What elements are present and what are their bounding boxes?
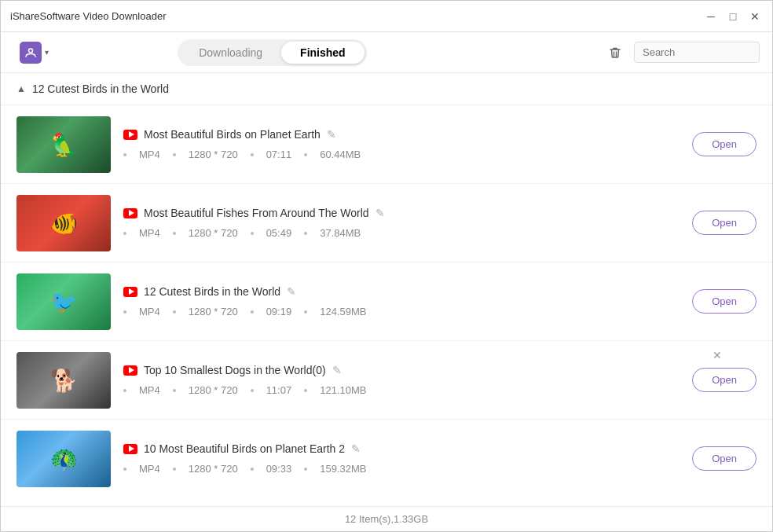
video-title-row: Most Beautiful Fishes From Around The Wo… <box>123 207 680 219</box>
open-button[interactable]: Open <box>692 446 757 471</box>
video-title: 10 Most Beautiful Birds on Planet Earth … <box>144 442 345 455</box>
meta-dot <box>173 232 176 235</box>
video-info: Most Beautiful Birds on Planet Earth ✎ M… <box>123 128 680 160</box>
chevron-down-icon: ▾ <box>45 48 49 57</box>
close-item-button[interactable]: ✕ <box>709 347 725 363</box>
meta-dot <box>251 310 254 314</box>
meta-dot <box>304 468 307 471</box>
video-meta: MP4 1280 * 720 05:49 37.84MB <box>123 227 680 239</box>
meta-dot <box>251 468 254 471</box>
video-info: Top 10 Smallest Dogs in the World(0) ✎ M… <box>123 364 680 396</box>
video-title-row: 10 Most Beautiful Birds on Planet Earth … <box>123 442 680 455</box>
edit-icon[interactable]: ✎ <box>376 207 385 219</box>
meta-dot <box>251 389 254 392</box>
video-format: MP4 <box>139 384 160 396</box>
meta-dot <box>123 310 126 314</box>
meta-dot <box>173 389 176 392</box>
toolbar: ▾ Downloading Finished <box>1 32 772 73</box>
tab-finished[interactable]: Finished <box>281 42 365 64</box>
open-button[interactable]: Open <box>692 211 757 235</box>
maximize-button[interactable]: □ <box>725 9 741 24</box>
window-controls: ─ □ ✕ <box>703 9 763 24</box>
meta-dot <box>304 389 307 392</box>
profile-button[interactable]: ▾ <box>13 39 55 67</box>
edit-icon[interactable]: ✎ <box>327 128 336 141</box>
open-button[interactable]: Open <box>692 289 757 314</box>
video-item: 10 Most Beautiful Birds on Planet Earth … <box>1 419 772 497</box>
meta-dot <box>173 310 176 314</box>
video-format: MP4 <box>139 227 160 239</box>
video-title: Most Beautiful Fishes From Around The Wo… <box>144 207 369 219</box>
open-button[interactable]: Open <box>692 368 757 392</box>
video-duration: 09:33 <box>266 463 292 475</box>
meta-dot <box>123 389 126 392</box>
video-title-row: Most Beautiful Birds on Planet Earth ✎ <box>123 128 680 141</box>
close-button[interactable]: ✕ <box>747 9 763 24</box>
collapse-icon: ▲ <box>16 83 26 94</box>
meta-dot <box>304 232 307 235</box>
meta-dot <box>304 310 307 314</box>
video-item: Most Beautiful Fishes From Around The Wo… <box>1 183 772 262</box>
video-format: MP4 <box>139 463 160 475</box>
footer-summary: 12 Item(s),1.33GB <box>345 513 428 525</box>
meta-dot <box>173 468 176 471</box>
delete-button[interactable] <box>603 40 628 65</box>
meta-dot <box>123 153 126 156</box>
video-size: 124.59MB <box>320 306 366 317</box>
video-list: Most Beautiful Birds on Planet Earth ✎ M… <box>1 105 772 497</box>
video-thumbnail <box>16 352 111 409</box>
edit-icon[interactable]: ✎ <box>332 364 342 376</box>
youtube-icon <box>123 365 137 376</box>
video-item: Most Beautiful Birds on Planet Earth ✎ M… <box>1 105 772 183</box>
video-size: 37.84MB <box>320 227 361 239</box>
video-info: 12 Cutest Birds in the World ✎ MP4 1280 … <box>123 285 680 317</box>
video-meta: MP4 1280 * 720 07:11 60.44MB <box>123 149 680 160</box>
video-duration: 05:49 <box>266 227 292 239</box>
video-thumbnail <box>16 116 111 173</box>
meta-dot <box>251 153 254 156</box>
video-meta: MP4 1280 * 720 09:33 159.32MB <box>123 463 680 475</box>
youtube-icon <box>123 208 137 218</box>
video-title: Top 10 Smallest Dogs in the World(0) <box>144 364 326 376</box>
edit-icon[interactable]: ✎ <box>287 285 296 298</box>
youtube-icon <box>123 287 137 297</box>
tab-switcher: Downloading Finished <box>178 39 367 66</box>
video-thumbnail <box>16 431 111 487</box>
video-size: 121.10MB <box>320 384 366 396</box>
tab-downloading[interactable]: Downloading <box>180 42 281 64</box>
video-size: 60.44MB <box>320 149 361 160</box>
video-info: Most Beautiful Fishes From Around The Wo… <box>123 207 680 239</box>
video-format: MP4 <box>139 149 160 160</box>
video-duration: 09:19 <box>266 306 292 317</box>
video-thumbnail <box>16 195 111 251</box>
video-thumbnail <box>16 273 111 330</box>
video-title-row: Top 10 Smallest Dogs in the World(0) ✎ <box>123 364 680 376</box>
video-resolution: 1280 * 720 <box>189 306 238 317</box>
titlebar: iShareSoftware Video Downloader ─ □ ✕ <box>1 1 772 32</box>
app-title: iShareSoftware Video Downloader <box>10 10 167 22</box>
profile-icon <box>20 42 42 64</box>
open-button[interactable]: Open <box>692 132 757 156</box>
minimize-button[interactable]: ─ <box>703 9 719 24</box>
video-duration: 11:07 <box>266 384 292 396</box>
video-duration: 07:11 <box>266 149 292 160</box>
video-resolution: 1280 * 720 <box>189 463 238 475</box>
video-meta: MP4 1280 * 720 09:19 124.59MB <box>123 306 680 317</box>
group-title: 12 Cutest Birds in the World <box>32 83 169 95</box>
video-title-row: 12 Cutest Birds in the World ✎ <box>123 285 680 298</box>
footer: 12 Item(s),1.33GB <box>1 506 772 531</box>
video-resolution: 1280 * 720 <box>189 227 238 239</box>
video-resolution: 1280 * 720 <box>189 149 238 160</box>
svg-point-0 <box>29 49 33 53</box>
edit-icon[interactable]: ✎ <box>351 442 361 455</box>
video-format: MP4 <box>139 306 160 317</box>
search-input[interactable] <box>634 42 760 63</box>
group-header[interactable]: ▲ 12 Cutest Birds in the World <box>1 73 772 105</box>
video-meta: MP4 1280 * 720 11:07 121.10MB <box>123 384 680 396</box>
meta-dot <box>173 153 176 156</box>
toolbar-right <box>603 40 760 65</box>
video-item: 12 Cutest Birds in the World ✎ MP4 1280 … <box>1 262 772 340</box>
content-area: ▲ 12 Cutest Birds in the World Most Beau… <box>1 73 772 506</box>
meta-dot <box>123 232 126 235</box>
youtube-icon <box>123 444 137 454</box>
